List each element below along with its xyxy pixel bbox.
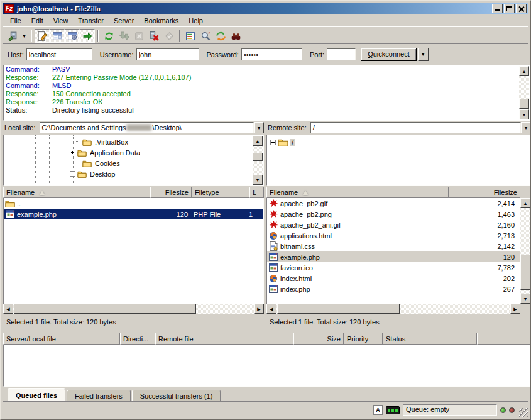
reconnect-button[interactable] [161,29,177,43]
find-files-button[interactable] [228,29,243,43]
tab-failed-transfers[interactable]: Failed transfers [67,390,131,402]
resize-grip[interactable] [519,408,528,417]
local-directory-tree: .VirtualBox Application Data Cookies Des… [3,135,264,186]
close-button[interactable] [516,4,527,13]
tree-item-application-data[interactable]: Application Data [70,147,141,158]
queue-body [3,345,530,387]
menu-view[interactable]: View [48,16,74,26]
scroll-up-icon[interactable]: ▲ [520,198,530,208]
host-input[interactable] [26,48,92,60]
scroll-down-icon[interactable]: ▼ [253,175,263,185]
menu-file[interactable]: File [5,16,26,26]
remote-list-hscrollbar[interactable]: ◀ ▶ [266,304,520,314]
message-log-icon [37,31,48,41]
local-tree-scrollbar[interactable]: ▲ ▼ [253,136,263,185]
scrollbar-thumb[interactable] [519,99,529,109]
expand-plus-icon[interactable] [70,150,75,155]
scrollbar-thumb[interactable] [520,255,530,290]
remote-list-vscrollbar[interactable]: ▲ ▼ [520,198,531,304]
scroll-up-icon[interactable]: ▲ [253,136,263,146]
file-row-selected[interactable]: example.php 120 PHP File 1 [4,209,263,219]
column-header-direction[interactable]: Directi... [120,333,155,345]
log-scrollbar[interactable]: ▲ ▼ [519,66,529,119]
scroll-left-icon[interactable]: ◀ [266,304,276,314]
tree-connector [73,163,80,163]
file-row[interactable]: favicon.ico 7,782 [267,262,520,273]
refresh-button[interactable] [101,29,116,43]
column-header-remote-file[interactable]: Remote file [155,333,293,345]
synchronized-browsing-button[interactable] [213,29,228,43]
scroll-down-icon[interactable]: ▼ [519,109,529,119]
file-row[interactable]: apache_pb2.png 1,463 [267,209,520,219]
file-row[interactable]: apache_pb2_ani.gif 2,160 [267,219,520,230]
minimize-button[interactable] [492,4,503,13]
local-path-dropdown-button[interactable]: ▼ [254,122,264,133]
process-queue-button[interactable] [116,29,131,43]
column-header-filetype[interactable]: Filetype [192,187,249,198]
column-header-last-modified[interactable]: L [249,187,264,198]
column-header-filesize[interactable]: Filesize [150,187,192,198]
scroll-up-icon[interactable]: ▲ [519,66,529,76]
file-row[interactable]: apache_pb2.gif 2,414 [267,198,520,209]
scroll-right-icon[interactable]: ▶ [510,304,520,314]
quickconnect-button[interactable]: Quickconnect [361,48,417,61]
scroll-right-icon[interactable]: ▶ [254,304,264,314]
username-input[interactable] [136,48,199,60]
scrollbar-thumb[interactable] [14,304,196,314]
column-header-filesize[interactable]: Filesize [449,187,520,198]
file-row[interactable]: applications.html 2,713 [267,230,520,241]
toggle-remote-tree-button[interactable] [65,29,80,43]
remote-path-dropdown-button[interactable]: ▼ [521,122,531,133]
column-header-status[interactable]: Status [383,333,477,345]
password-input[interactable] [241,48,302,60]
column-header-filename[interactable]: Filename [3,187,150,198]
file-row-parent-dir[interactable]: .. [4,198,263,209]
directory-filters-button[interactable] [183,29,198,43]
tree-item-virtualbox[interactable]: .VirtualBox [73,136,129,147]
remote-path-combo[interactable]: / [310,122,521,133]
scroll-down-icon[interactable]: ▼ [520,294,530,304]
maximize-button[interactable] [504,4,515,13]
column-header-priority[interactable]: Priority [344,333,383,345]
tree-item-cookies[interactable]: Cookies [73,158,121,169]
toggle-local-tree-button[interactable] [50,29,65,43]
speed-limits-icon[interactable] [386,406,400,414]
column-header-server-local-file[interactable]: Server/Local file [3,333,120,345]
menu-help[interactable]: Help [183,16,208,26]
menu-bookmarks[interactable]: Bookmarks [139,16,183,26]
tree-item-desktop[interactable]: Desktop [70,169,116,179]
queue-tabs: Queued files Failed transfers Successful… [3,388,528,402]
transfer-queue: Server/Local file Directi... Remote file… [3,333,530,387]
toggle-transfer-queue-button[interactable] [80,29,95,43]
port-input[interactable] [327,48,356,60]
file-row[interactable]: bitnami.css 2,142 [267,241,520,251]
column-header-filename[interactable]: Filename [266,187,449,198]
file-row-selected[interactable]: example.php 120 [267,251,520,262]
local-path-combo[interactable]: C:\Documents and Settings\Desktop\ [40,122,254,133]
menu-server[interactable]: Server [109,16,139,26]
directory-comparison-button[interactable] [198,29,213,43]
scroll-left-icon[interactable]: ◀ [3,304,13,314]
tree-item-root[interactable]: / [270,137,295,148]
scrollbar-thumb[interactable] [277,304,400,314]
menu-transfer[interactable]: Transfer [73,16,109,26]
tab-successful-transfers[interactable]: Successful transfers (1) [132,390,221,402]
column-header-size[interactable]: Size [293,333,344,345]
scrollbar-thumb[interactable] [253,153,263,161]
site-manager-dropdown-button[interactable]: ▼ [20,29,28,43]
quickconnect-dropdown-button[interactable]: ▼ [418,48,429,61]
collapse-minus-icon[interactable] [70,171,75,177]
disconnect-button[interactable] [146,29,161,43]
menu-edit[interactable]: Edit [26,16,48,26]
data-type-ascii-icon[interactable]: A [373,405,383,415]
file-row[interactable]: index.html 202 [267,273,520,284]
toggle-message-log-button[interactable] [35,29,50,43]
tab-queued-files[interactable]: Queued files [8,388,65,402]
remote-site-pane: Remote site: / ▼ / [266,121,531,186]
cancel-operation-button[interactable] [131,29,146,43]
site-manager-button[interactable] [5,29,20,43]
filter-icon [185,31,196,41]
expand-plus-icon[interactable] [270,140,276,145]
file-row[interactable]: index.php 267 [267,284,520,294]
local-list-hscrollbar[interactable]: ◀ ▶ [3,304,264,314]
